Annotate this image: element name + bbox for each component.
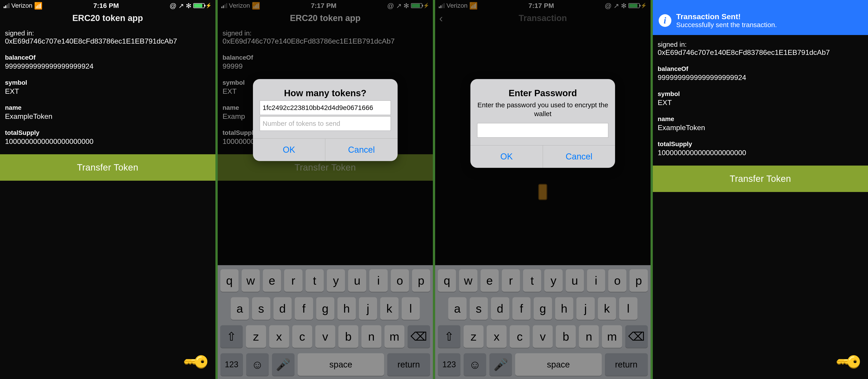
field-balanceOf: balanceOf 9999999999999999999924	[658, 65, 863, 82]
cancel-button[interactable]: Cancel	[325, 139, 398, 161]
field-totalSupply: totalSupply 1000000000000000000000	[658, 140, 863, 157]
dialog-title: How many tokens?	[260, 88, 391, 98]
key-fab-icon[interactable]: 🔑	[182, 347, 212, 377]
modal-overlay: Enter Password Enter the password you us…	[435, 0, 651, 379]
battery-icon: ⚡	[193, 3, 212, 8]
wallet-address: 0xE69d746c707e140E8cFd83786ec1E1EB791dcA…	[658, 48, 863, 57]
transfer-token-button[interactable]: Transfer Token	[0, 154, 215, 181]
screenshot-2: Verizon 📶 7:17 PM @ ↗ ✻ ⚡ ERC20 token ap…	[218, 0, 433, 379]
ok-button[interactable]: OK	[253, 139, 325, 161]
transfer-token-button[interactable]: Transfer Token	[653, 166, 868, 192]
banner-title: Transaction Sent!	[676, 12, 777, 21]
field-totalSupply: totalSupply 1000000000000000000000	[5, 129, 211, 146]
key-fab-icon[interactable]: 🔑	[834, 347, 864, 377]
signed-in-label: signed in:	[658, 41, 863, 48]
field-symbol: symbol EXT	[658, 90, 863, 107]
wifi-icon: 📶	[34, 2, 42, 10]
signed-in-block: signed in: 0xE69d746c707e140E8cFd83786ec…	[5, 29, 211, 45]
password-dialog: Enter Password Enter the password you us…	[470, 79, 615, 168]
modal-overlay: How many tokens? OK Cancel	[218, 0, 433, 379]
banner-subtitle: Successfully sent the transaction.	[676, 21, 777, 29]
nav-bar: ERC20 token app	[0, 11, 215, 25]
signed-in-label: signed in:	[5, 29, 211, 37]
status-bar: Verizon 📶 7:16 PM @ ↗ ✻ ⚡	[0, 0, 215, 11]
screenshot-4: Verizon 📶 7:17 PM @ ↗ ✻ ⚡ i Transaction …	[653, 0, 868, 379]
clock: 7:16 PM	[93, 2, 119, 9]
main-content: signed in: 0xE69d746c707e140E8cFd83786ec…	[0, 25, 215, 150]
field-balanceOf: balanceOf 9999999999999999999924	[5, 54, 211, 70]
info-icon: i	[659, 14, 671, 27]
notification-banner[interactable]: i Transaction Sent! Successfully sent th…	[653, 0, 868, 35]
recipient-address-input[interactable]	[260, 101, 391, 115]
cancel-button[interactable]: Cancel	[543, 145, 615, 168]
field-name: name ExampleToken	[658, 115, 863, 132]
ok-button[interactable]: OK	[470, 145, 543, 168]
token-amount-input[interactable]	[260, 116, 391, 131]
carrier-label: Verizon	[11, 2, 32, 9]
main-content: signed in: 0xE69d746c707e140E8cFd83786ec…	[653, 36, 868, 162]
signal-bars-icon	[4, 3, 9, 8]
status-glyphs: @ ↗ ✻	[169, 2, 191, 10]
field-symbol: symbol EXT	[5, 79, 211, 96]
field-name: name ExampleToken	[5, 104, 211, 120]
page-title: ERC20 token app	[72, 13, 143, 23]
screenshot-1: Verizon 📶 7:16 PM @ ↗ ✻ ⚡ ERC20 token ap…	[0, 0, 215, 379]
password-input[interactable]	[477, 123, 608, 138]
tokens-dialog: How many tokens? OK Cancel	[253, 79, 398, 161]
dialog-title: Enter Password	[477, 88, 608, 98]
signed-in-block: signed in: 0xE69d746c707e140E8cFd83786ec…	[658, 41, 863, 57]
wallet-address: 0xE69d746c707e140E8cFd83786ec1E1EB791dcA…	[5, 37, 211, 45]
dialog-message: Enter the password you used to encrypt t…	[477, 101, 608, 118]
screenshot-3: Verizon 📶 7:17 PM @ ↗ ✻ ⚡ ‹ Transaction …	[435, 0, 651, 379]
